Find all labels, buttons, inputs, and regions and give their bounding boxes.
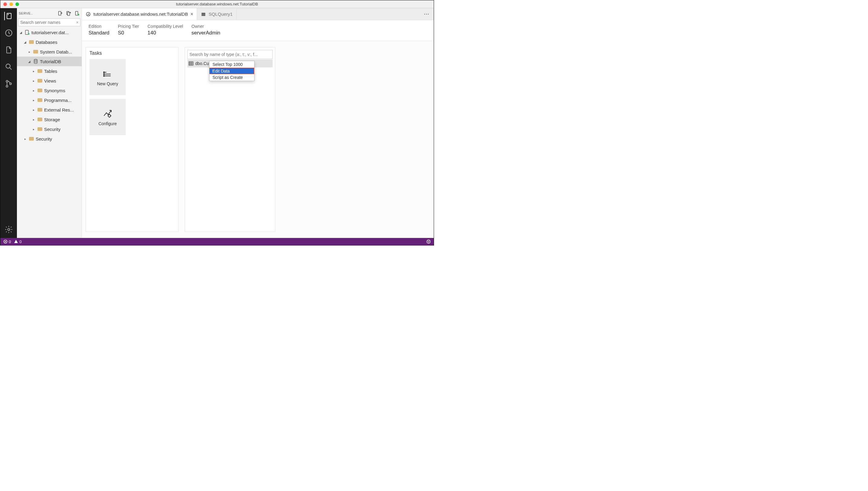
svg-point-1	[8, 14, 8, 15]
tree-views-node[interactable]: ▸ Views	[17, 76, 82, 86]
context-menu-script-create[interactable]: Script as Create	[209, 74, 254, 81]
tree-collapse-icon[interactable]: ▸	[31, 108, 36, 112]
tree-external-resources-node[interactable]: ▸ External Res...	[17, 105, 82, 115]
tree-collapse-icon[interactable]: ▸	[31, 98, 36, 102]
tasks-panel: Tasks New Query Configure	[86, 47, 179, 232]
tree-label: Security	[44, 127, 60, 132]
folder-icon	[37, 126, 42, 132]
tree-label: tutorialserver.dat...	[31, 30, 69, 35]
tree-tutorialdb-node[interactable]: ◢ TutorialDB	[17, 57, 82, 66]
folder-icon	[37, 78, 42, 83]
window-title: tutorialserver.database.windows.net:Tuto…	[176, 2, 258, 6]
tree-label: External Res...	[44, 107, 74, 113]
status-feedback-icon[interactable]	[426, 239, 431, 244]
svg-rect-19	[202, 15, 206, 16]
tree-db-security-node[interactable]: ▸ Security	[17, 124, 82, 134]
svg-point-20	[104, 72, 104, 73]
tree-server-node[interactable]: ◢ tutorialserver.dat...	[17, 28, 82, 37]
server-tree: ◢ tutorialserver.dat... ◢ Databases ▸ Sy…	[17, 28, 82, 238]
tree-expand-icon[interactable]: ◢	[27, 60, 31, 63]
tab-label: tutorialserver.database.windows.net:Tuto…	[93, 11, 188, 17]
activity-servers-icon[interactable]	[4, 12, 13, 20]
svg-point-6	[9, 83, 11, 85]
tree-collapse-icon[interactable]: ▸	[23, 137, 27, 141]
db-info-bar: Edition Standard Pricing Tier S0 Compati…	[82, 20, 434, 41]
tree-tables-node[interactable]: ▸ Tables	[17, 66, 82, 76]
table-name: dbo.Cu	[195, 61, 209, 66]
tree-label: Programma...	[44, 98, 71, 103]
folder-icon	[33, 49, 38, 54]
context-menu-edit-data[interactable]: Edit Data	[209, 68, 254, 74]
folder-icon	[37, 88, 42, 93]
clear-search-icon[interactable]: ×	[76, 20, 79, 25]
context-menu-select-top[interactable]: Select Top 1000	[209, 61, 254, 68]
tree-collapse-icon[interactable]: ▸	[31, 79, 36, 83]
tree-expand-icon[interactable]: ◢	[19, 31, 23, 34]
db-info-label: Edition	[89, 24, 110, 29]
table-search-input[interactable]	[187, 50, 273, 59]
minimize-window-button[interactable]	[9, 2, 13, 6]
dashboard-tab-icon	[86, 11, 91, 17]
svg-point-3	[6, 64, 10, 68]
svg-point-26	[427, 240, 430, 243]
task-new-query[interactable]: New Query	[89, 59, 126, 95]
svg-point-7	[7, 229, 10, 231]
editor-more-icon[interactable]: ···	[420, 8, 434, 20]
tree-system-databases-node[interactable]: ▸ System Datab...	[17, 47, 82, 57]
svg-rect-17	[202, 13, 206, 13]
svg-point-14	[28, 33, 30, 35]
tree-label: Synonyms	[44, 88, 65, 93]
task-configure[interactable]: Configure	[89, 99, 126, 135]
tree-collapse-icon[interactable]: ▸	[31, 118, 36, 121]
db-info-value: 140	[148, 30, 183, 36]
tree-label: System Datab...	[40, 49, 72, 54]
connection-status-icon[interactable]	[74, 10, 80, 16]
tree-expand-icon[interactable]: ◢	[23, 40, 27, 44]
tree-label: Security	[36, 136, 52, 142]
db-info-compat: Compatibility Level 140	[148, 24, 183, 36]
folder-icon	[29, 136, 34, 142]
tab-sqlquery[interactable]: SQLQuery1	[197, 8, 236, 20]
close-window-button[interactable]	[3, 2, 7, 6]
new-connection-icon[interactable]	[57, 10, 63, 16]
tree-server-security-node[interactable]: ▸ Security	[17, 134, 82, 144]
status-errors[interactable]: 0	[3, 239, 11, 244]
activity-explorer-icon[interactable]	[4, 46, 13, 54]
db-info-label: Owner	[191, 24, 220, 29]
activity-history-icon[interactable]	[4, 29, 13, 37]
svg-point-12	[78, 14, 79, 16]
activity-search-icon[interactable]	[4, 63, 13, 71]
status-warnings[interactable]: 0	[14, 239, 22, 244]
tab-close-icon[interactable]: ×	[190, 11, 193, 17]
db-info-label: Compatibility Level	[148, 24, 183, 29]
svg-point-4	[6, 80, 8, 82]
svg-rect-10	[67, 12, 69, 16]
database-icon	[33, 59, 38, 64]
tree-collapse-icon[interactable]: ▸	[31, 89, 36, 92]
tree-programmability-node[interactable]: ▸ Programma...	[17, 95, 82, 105]
activity-bar	[0, 8, 17, 238]
tree-label: Views	[44, 78, 56, 83]
db-info-owner: Owner serverAdmin	[191, 24, 220, 36]
tree-databases-node[interactable]: ◢ Databases	[17, 37, 82, 47]
svg-rect-24	[189, 62, 193, 65]
svg-rect-0	[7, 13, 11, 19]
activity-settings-icon[interactable]	[4, 225, 13, 234]
tree-collapse-icon[interactable]: ▸	[31, 127, 36, 131]
tree-collapse-icon[interactable]: ▸	[31, 69, 36, 73]
svg-point-15	[34, 59, 37, 60]
search-servers-input[interactable]	[18, 19, 80, 26]
new-server-group-icon[interactable]	[66, 10, 71, 16]
context-menu: Select Top 1000 Edit Data Script as Crea…	[209, 61, 255, 81]
tree-collapse-icon[interactable]: ▸	[27, 50, 31, 54]
tree-storage-node[interactable]: ▸ Storage	[17, 115, 82, 124]
window-titlebar: tutorialserver.database.windows.net:Tuto…	[0, 0, 434, 8]
activity-source-control-icon[interactable]	[4, 80, 13, 88]
sidebar: SERVE.. × ◢ tutorialserver.dat... ◢ Data…	[17, 8, 82, 238]
maximize-window-button[interactable]	[16, 2, 19, 6]
main-area: tutorialserver.database.windows.net:Tuto…	[82, 8, 434, 238]
table-icon	[188, 61, 193, 66]
sidebar-header: SERVE..	[17, 8, 82, 19]
tree-synonyms-node[interactable]: ▸ Synonyms	[17, 86, 82, 95]
tab-dashboard[interactable]: tutorialserver.database.windows.net:Tuto…	[82, 8, 197, 20]
